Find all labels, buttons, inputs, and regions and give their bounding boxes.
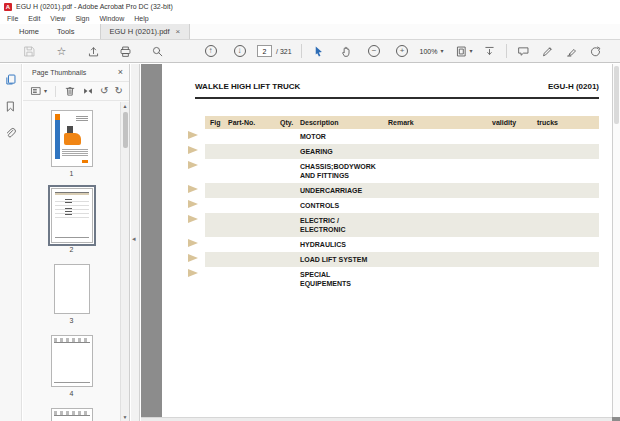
scroll-down-icon[interactable]: ▼	[121, 414, 129, 420]
page-thumbnail[interactable]: 3	[23, 264, 120, 324]
menu-sign[interactable]: Sign	[75, 15, 89, 22]
table-body: MOTORGEARINGCHASSIS;BODYWORK AND FITTING…	[205, 129, 599, 291]
section-arrow-icon[interactable]	[188, 185, 198, 193]
section-arrow-icon[interactable]	[188, 254, 198, 262]
page-fit-dropdown[interactable]: ▾	[455, 45, 473, 58]
acrobat-app-icon: A	[4, 3, 12, 11]
table-row[interactable]: CHASSIS;BODYWORK AND FITTINGS	[205, 159, 599, 183]
rotate-cw-icon[interactable]: ↻	[114, 86, 122, 96]
cell-description[interactable]: LOAD LIFT SYSTEM	[295, 255, 383, 264]
thumbnail-decoration	[55, 114, 60, 120]
comment-icon	[517, 45, 530, 58]
panel-tools-divider	[55, 86, 56, 97]
arrow-down-icon: ↓	[234, 45, 246, 57]
cell-description[interactable]: MOTOR	[295, 132, 383, 141]
table-row[interactable]: GEARING	[205, 144, 599, 159]
menu-help[interactable]: Help	[134, 15, 148, 22]
column-header-description: Description	[295, 119, 383, 126]
section-arrow-icon[interactable]	[188, 200, 198, 208]
select-tool-button[interactable]	[311, 43, 326, 60]
zoom-out-button[interactable]: −	[367, 43, 382, 60]
bookmarks-pane-button[interactable]	[4, 100, 17, 113]
table-row[interactable]: HYDRAULICS	[205, 237, 599, 252]
thumbnail-page-preview[interactable]	[51, 335, 93, 387]
tab-tools[interactable]: Tools	[48, 24, 84, 39]
cell-description[interactable]: CHASSIS;BODYWORK AND FITTINGS	[295, 162, 383, 180]
menu-edit[interactable]: Edit	[28, 15, 40, 22]
menu-view[interactable]: View	[50, 15, 65, 22]
highlight-button[interactable]	[564, 43, 579, 60]
collapse-panel-icon[interactable]: ◂	[132, 235, 136, 242]
resize-thumbnails-button[interactable]	[82, 85, 94, 97]
arrow-up-icon: ↑	[205, 45, 217, 57]
section-arrow-icon[interactable]	[188, 161, 198, 169]
section-arrow-icon[interactable]	[188, 269, 198, 277]
table-row[interactable]: UNDERCARRIAGE	[205, 183, 599, 198]
page-thumbnails-pane-button[interactable]	[4, 73, 17, 86]
fill-sign-button[interactable]	[540, 43, 555, 60]
thumbnail-page-preview[interactable]	[51, 408, 93, 421]
fit-page-icon	[455, 45, 468, 58]
pages-icon	[4, 73, 17, 86]
table-row[interactable]: LOAD LIFT SYSTEM	[205, 252, 599, 267]
comment-button[interactable]	[516, 43, 531, 60]
tab-egu-h-0201-pdf[interactable]: EGU H (0201).pdf×	[100, 24, 191, 39]
close-panel-icon[interactable]: ×	[118, 68, 123, 77]
upload-icon	[87, 45, 100, 58]
next-page-button[interactable]: ↓	[232, 43, 247, 60]
page-number-input[interactable]: 2	[257, 45, 272, 57]
section-arrow-icon[interactable]	[188, 239, 198, 247]
hand-tool-button[interactable]	[339, 43, 354, 60]
cell-description[interactable]: SPECIAL EQUIPEMENTS	[295, 270, 383, 288]
thumbnail-page-preview[interactable]	[54, 264, 90, 314]
document-scrollbar[interactable]	[612, 64, 620, 417]
cell-description[interactable]: GEARING	[295, 147, 383, 156]
section-arrow-icon[interactable]	[188, 215, 198, 223]
table-row[interactable]: ELECTRIC / ELECTRONIC	[205, 213, 599, 237]
previous-page-button[interactable]: ↑	[203, 43, 218, 60]
find-button[interactable]	[150, 43, 165, 60]
thumbnail-page-preview[interactable]	[51, 188, 93, 243]
thumbnail-page-preview[interactable]	[51, 110, 93, 167]
cell-description[interactable]: ELECTRIC / ELECTRONIC	[295, 216, 383, 234]
page-thumbnails-panel: Page Thumbnails × ▾ ↺ ↻	[23, 64, 130, 421]
page-thumbnail[interactable]: 4	[23, 335, 120, 397]
panel-title: Page Thumbnails	[32, 69, 86, 76]
page-thumbnail[interactable]	[23, 408, 120, 421]
save-button[interactable]	[22, 43, 37, 60]
zoom-level-dropdown[interactable]: 100% ▾	[420, 48, 444, 55]
cell-description[interactable]: UNDERCARRIAGE	[295, 186, 383, 195]
page-thumbnail[interactable]: 2	[23, 188, 120, 253]
panel-scrollbar[interactable]: ▲ ▼	[120, 102, 129, 421]
scroll-up-icon[interactable]: ▲	[121, 103, 129, 109]
favorites-button[interactable]: ☆	[54, 43, 69, 60]
scrollbar-thumb[interactable]	[123, 112, 128, 148]
panel-splitter[interactable]: ◂	[131, 64, 140, 421]
menu-bar: FileEditViewSignWindowHelp	[0, 13, 620, 24]
table-row[interactable]: SPECIAL EQUIPEMENTS	[205, 267, 599, 291]
delete-pages-button[interactable]	[64, 85, 76, 97]
attachments-pane-button[interactable]	[4, 127, 17, 140]
tab-home[interactable]: Home	[10, 24, 48, 39]
print-button[interactable]	[118, 43, 133, 60]
section-arrow-icon[interactable]	[188, 131, 198, 139]
close-tab-icon[interactable]: ×	[176, 28, 181, 36]
share-button[interactable]	[588, 43, 603, 60]
page-thumbnail[interactable]: 1	[23, 110, 120, 177]
cell-description[interactable]: HYDRAULICS	[295, 240, 383, 249]
menu-window[interactable]: Window	[99, 15, 124, 22]
thumbnail-options-button[interactable]: ▾	[30, 85, 47, 97]
table-row[interactable]: MOTOR	[205, 129, 599, 144]
thumbnail-decoration	[82, 160, 88, 163]
menu-file[interactable]: File	[7, 15, 18, 22]
share-upload-button[interactable]	[86, 43, 101, 60]
scrolling-mode-button[interactable]	[482, 43, 497, 60]
thumbnail-decoration	[54, 338, 90, 343]
zoom-in-button[interactable]: +	[395, 43, 410, 60]
rotate-ccw-icon[interactable]: ↺	[100, 86, 108, 96]
cell-description[interactable]: CONTROLS	[295, 201, 383, 210]
section-arrow-icon[interactable]	[188, 146, 198, 154]
scrollbar-thumb[interactable]	[614, 66, 619, 124]
document-horizontal-scrollbar[interactable]	[141, 417, 612, 421]
table-row[interactable]: CONTROLS	[205, 198, 599, 213]
